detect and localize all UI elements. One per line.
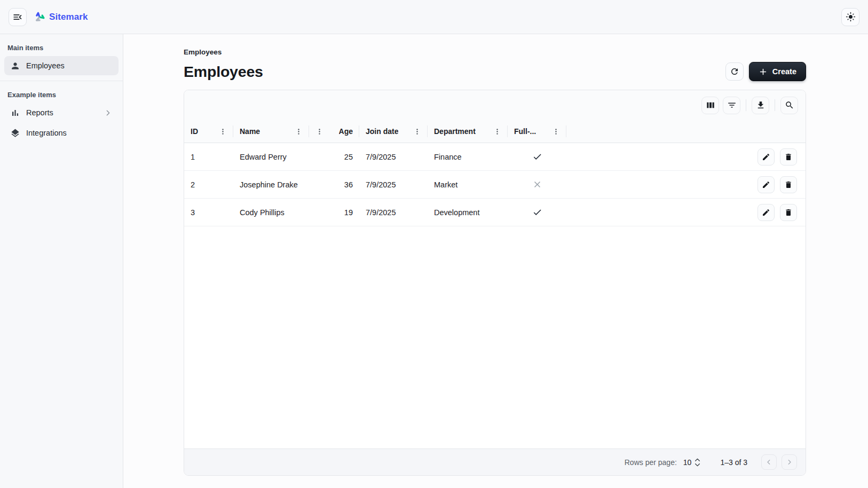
column-menu-icon[interactable] <box>413 128 421 136</box>
check-icon <box>532 152 542 162</box>
menu-open-icon <box>12 12 23 22</box>
toolbar-divider <box>775 99 775 111</box>
table-row[interactable]: 3 Cody Phillips 19 7/9/2025 Development <box>184 199 806 226</box>
main-content: Employees Employees Create <box>123 34 868 488</box>
cell-actions <box>566 176 806 193</box>
cell-name: Edward Perry <box>233 153 309 161</box>
collapse-menu-button[interactable] <box>9 8 27 26</box>
search-icon <box>785 100 794 110</box>
column-header-department[interactable]: Department <box>428 120 508 143</box>
cell-department: Development <box>428 208 508 217</box>
sidebar-item-reports[interactable]: Reports <box>4 103 119 122</box>
previous-page-button[interactable] <box>761 454 777 470</box>
columns-icon <box>706 100 715 110</box>
chevron-left-icon <box>765 458 773 466</box>
reload-button[interactable] <box>725 62 744 81</box>
create-button-label: Create <box>772 67 796 76</box>
table-row[interactable]: 1 Edward Perry 25 7/9/2025 Finance <box>184 143 806 171</box>
cell-join-date: 7/9/2025 <box>359 208 428 217</box>
edit-icon <box>762 208 770 217</box>
grid-footer: Rows per page: 10 1–3 of 3 <box>184 448 806 475</box>
column-header-full-time[interactable]: Full-... <box>508 120 566 143</box>
cell-full-time <box>508 179 566 190</box>
edit-button[interactable] <box>757 148 775 166</box>
edit-button[interactable] <box>757 176 775 193</box>
next-page-button[interactable] <box>782 454 797 470</box>
app-bar: Sitemark <box>0 0 868 34</box>
cell-join-date: 7/9/2025 <box>359 153 428 161</box>
delete-button[interactable] <box>780 204 797 221</box>
filter-button[interactable] <box>723 97 740 114</box>
close-icon <box>532 179 542 190</box>
theme-toggle-button[interactable] <box>841 8 859 26</box>
cell-name: Cody Phillips <box>233 208 309 217</box>
cell-department: Finance <box>428 153 508 161</box>
delete-icon <box>784 208 793 217</box>
filter-icon <box>727 100 737 110</box>
cell-actions <box>566 148 806 166</box>
delete-button[interactable] <box>780 148 797 166</box>
sitemark-mark-icon <box>34 11 45 23</box>
pagination-range: 1–3 of 3 <box>720 458 747 467</box>
cell-age: 25 <box>309 153 359 161</box>
cell-actions <box>566 204 806 221</box>
column-header-join-date[interactable]: Join date <box>359 120 428 143</box>
column-menu-icon[interactable] <box>552 128 560 136</box>
delete-button[interactable] <box>780 176 797 193</box>
data-grid: ID Name Age Join date Department Full-..… <box>184 90 806 476</box>
cell-id: 3 <box>184 208 233 217</box>
light-mode-icon <box>846 12 856 22</box>
search-button[interactable] <box>780 97 798 114</box>
column-header-name[interactable]: Name <box>233 120 309 143</box>
edit-button[interactable] <box>757 204 775 221</box>
rows-per-page-value: 10 <box>683 458 692 467</box>
grid-empty-area <box>184 226 806 448</box>
brand-name: Sitemark <box>49 12 88 22</box>
cell-full-time <box>508 207 566 217</box>
column-menu-icon[interactable] <box>295 128 303 136</box>
column-menu-icon[interactable] <box>219 128 227 136</box>
edit-icon <box>762 180 770 189</box>
create-button[interactable]: Create <box>749 62 806 81</box>
download-icon <box>756 100 766 110</box>
cell-join-date: 7/9/2025 <box>359 180 428 189</box>
refresh-icon <box>730 67 739 76</box>
sidebar-section-caption: Main items <box>0 40 123 55</box>
cell-age: 19 <box>309 208 359 217</box>
grid-toolbar <box>184 90 806 120</box>
layers-icon <box>10 128 20 138</box>
sidebar-divider <box>0 81 123 81</box>
cell-id: 2 <box>184 180 233 189</box>
delete-icon <box>784 180 793 189</box>
cell-name: Josephine Drake <box>233 180 309 189</box>
manage-columns-button[interactable] <box>701 97 719 114</box>
grid-header-row: ID Name Age Join date Department Full-..… <box>184 120 806 143</box>
column-menu-icon[interactable] <box>315 128 323 136</box>
delete-icon <box>784 153 793 161</box>
table-row[interactable]: 2 Josephine Drake 36 7/9/2025 Market <box>184 171 806 199</box>
sidebar-item-label: Employees <box>26 61 65 70</box>
column-header-id[interactable]: ID <box>184 120 233 143</box>
cell-age: 36 <box>309 180 359 189</box>
sidebar-item-employees[interactable]: Employees <box>4 56 119 75</box>
column-menu-icon[interactable] <box>493 128 501 136</box>
column-header-actions <box>566 120 806 143</box>
person-icon <box>10 61 20 71</box>
breadcrumb: Employees <box>184 48 806 56</box>
export-button[interactable] <box>752 97 769 114</box>
bar-chart-icon <box>10 108 20 118</box>
toolbar-divider <box>746 99 746 111</box>
sidebar-item-label: Integrations <box>26 129 67 137</box>
check-icon <box>532 207 542 217</box>
cell-full-time <box>508 152 566 162</box>
brand-logo[interactable]: Sitemark <box>34 11 88 23</box>
cell-id: 1 <box>184 153 233 161</box>
sidebar-item-integrations[interactable]: Integrations <box>4 123 119 143</box>
cell-department: Market <box>428 180 508 189</box>
rows-per-page-select[interactable]: 10 <box>683 458 701 467</box>
chevron-right-icon <box>104 108 113 117</box>
sidebar: Main items Employees Example items Repor… <box>0 34 123 488</box>
chevron-right-icon <box>785 458 793 466</box>
column-header-age[interactable]: Age <box>309 120 359 143</box>
edit-icon <box>762 153 770 161</box>
